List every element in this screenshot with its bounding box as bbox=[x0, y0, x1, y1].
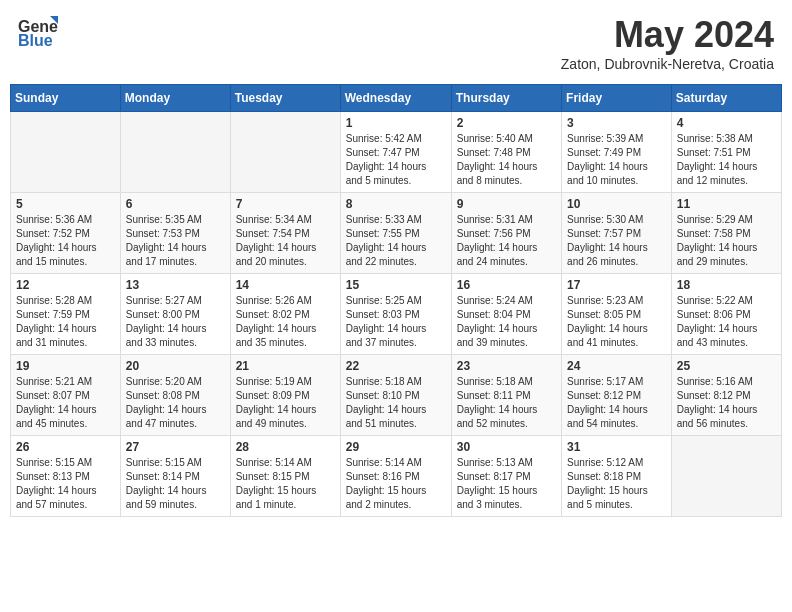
calendar-cell: 24Sunrise: 5:17 AM Sunset: 8:12 PM Dayli… bbox=[562, 355, 672, 436]
day-info: Sunrise: 5:12 AM Sunset: 8:18 PM Dayligh… bbox=[567, 456, 666, 512]
calendar-cell: 13Sunrise: 5:27 AM Sunset: 8:00 PM Dayli… bbox=[120, 274, 230, 355]
day-info: Sunrise: 5:14 AM Sunset: 8:16 PM Dayligh… bbox=[346, 456, 446, 512]
page-header: General Blue May 2024 Zaton, Dubrovnik-N… bbox=[10, 10, 782, 76]
calendar-cell bbox=[671, 436, 781, 517]
calendar-week-5: 26Sunrise: 5:15 AM Sunset: 8:13 PM Dayli… bbox=[11, 436, 782, 517]
day-number: 10 bbox=[567, 197, 666, 211]
day-number: 7 bbox=[236, 197, 335, 211]
day-number: 29 bbox=[346, 440, 446, 454]
day-info: Sunrise: 5:23 AM Sunset: 8:05 PM Dayligh… bbox=[567, 294, 666, 350]
day-number: 30 bbox=[457, 440, 556, 454]
day-number: 25 bbox=[677, 359, 776, 373]
day-info: Sunrise: 5:13 AM Sunset: 8:17 PM Dayligh… bbox=[457, 456, 556, 512]
day-info: Sunrise: 5:24 AM Sunset: 8:04 PM Dayligh… bbox=[457, 294, 556, 350]
day-info: Sunrise: 5:15 AM Sunset: 8:14 PM Dayligh… bbox=[126, 456, 225, 512]
logo-icon: General Blue bbox=[18, 14, 58, 50]
day-info: Sunrise: 5:42 AM Sunset: 7:47 PM Dayligh… bbox=[346, 132, 446, 188]
weekday-header-thursday: Thursday bbox=[451, 85, 561, 112]
day-info: Sunrise: 5:22 AM Sunset: 8:06 PM Dayligh… bbox=[677, 294, 776, 350]
calendar-cell: 26Sunrise: 5:15 AM Sunset: 8:13 PM Dayli… bbox=[11, 436, 121, 517]
day-number: 28 bbox=[236, 440, 335, 454]
calendar-cell: 31Sunrise: 5:12 AM Sunset: 8:18 PM Dayli… bbox=[562, 436, 672, 517]
calendar-week-1: 1Sunrise: 5:42 AM Sunset: 7:47 PM Daylig… bbox=[11, 112, 782, 193]
calendar-cell: 9Sunrise: 5:31 AM Sunset: 7:56 PM Daylig… bbox=[451, 193, 561, 274]
day-number: 18 bbox=[677, 278, 776, 292]
calendar-cell: 22Sunrise: 5:18 AM Sunset: 8:10 PM Dayli… bbox=[340, 355, 451, 436]
logo: General Blue bbox=[18, 14, 60, 50]
day-info: Sunrise: 5:34 AM Sunset: 7:54 PM Dayligh… bbox=[236, 213, 335, 269]
calendar-cell: 15Sunrise: 5:25 AM Sunset: 8:03 PM Dayli… bbox=[340, 274, 451, 355]
day-info: Sunrise: 5:31 AM Sunset: 7:56 PM Dayligh… bbox=[457, 213, 556, 269]
calendar-cell: 7Sunrise: 5:34 AM Sunset: 7:54 PM Daylig… bbox=[230, 193, 340, 274]
day-info: Sunrise: 5:39 AM Sunset: 7:49 PM Dayligh… bbox=[567, 132, 666, 188]
day-info: Sunrise: 5:27 AM Sunset: 8:00 PM Dayligh… bbox=[126, 294, 225, 350]
calendar-table: SundayMondayTuesdayWednesdayThursdayFrid… bbox=[10, 84, 782, 517]
day-number: 12 bbox=[16, 278, 115, 292]
calendar-cell: 21Sunrise: 5:19 AM Sunset: 8:09 PM Dayli… bbox=[230, 355, 340, 436]
day-number: 19 bbox=[16, 359, 115, 373]
weekday-header-tuesday: Tuesday bbox=[230, 85, 340, 112]
calendar-week-3: 12Sunrise: 5:28 AM Sunset: 7:59 PM Dayli… bbox=[11, 274, 782, 355]
weekday-header-friday: Friday bbox=[562, 85, 672, 112]
calendar-cell: 25Sunrise: 5:16 AM Sunset: 8:12 PM Dayli… bbox=[671, 355, 781, 436]
day-info: Sunrise: 5:15 AM Sunset: 8:13 PM Dayligh… bbox=[16, 456, 115, 512]
calendar-cell: 5Sunrise: 5:36 AM Sunset: 7:52 PM Daylig… bbox=[11, 193, 121, 274]
day-number: 17 bbox=[567, 278, 666, 292]
day-number: 11 bbox=[677, 197, 776, 211]
calendar-cell: 8Sunrise: 5:33 AM Sunset: 7:55 PM Daylig… bbox=[340, 193, 451, 274]
day-info: Sunrise: 5:38 AM Sunset: 7:51 PM Dayligh… bbox=[677, 132, 776, 188]
calendar-cell: 16Sunrise: 5:24 AM Sunset: 8:04 PM Dayli… bbox=[451, 274, 561, 355]
calendar-cell: 4Sunrise: 5:38 AM Sunset: 7:51 PM Daylig… bbox=[671, 112, 781, 193]
day-info: Sunrise: 5:40 AM Sunset: 7:48 PM Dayligh… bbox=[457, 132, 556, 188]
calendar-cell: 14Sunrise: 5:26 AM Sunset: 8:02 PM Dayli… bbox=[230, 274, 340, 355]
calendar-cell: 23Sunrise: 5:18 AM Sunset: 8:11 PM Dayli… bbox=[451, 355, 561, 436]
calendar-cell: 28Sunrise: 5:14 AM Sunset: 8:15 PM Dayli… bbox=[230, 436, 340, 517]
weekday-header-row: SundayMondayTuesdayWednesdayThursdayFrid… bbox=[11, 85, 782, 112]
day-info: Sunrise: 5:20 AM Sunset: 8:08 PM Dayligh… bbox=[126, 375, 225, 431]
svg-text:Blue: Blue bbox=[18, 32, 53, 49]
calendar-cell bbox=[230, 112, 340, 193]
calendar-cell: 30Sunrise: 5:13 AM Sunset: 8:17 PM Dayli… bbox=[451, 436, 561, 517]
calendar-cell: 3Sunrise: 5:39 AM Sunset: 7:49 PM Daylig… bbox=[562, 112, 672, 193]
day-number: 5 bbox=[16, 197, 115, 211]
calendar-cell: 11Sunrise: 5:29 AM Sunset: 7:58 PM Dayli… bbox=[671, 193, 781, 274]
day-number: 27 bbox=[126, 440, 225, 454]
calendar-cell: 2Sunrise: 5:40 AM Sunset: 7:48 PM Daylig… bbox=[451, 112, 561, 193]
day-number: 13 bbox=[126, 278, 225, 292]
day-info: Sunrise: 5:28 AM Sunset: 7:59 PM Dayligh… bbox=[16, 294, 115, 350]
day-number: 9 bbox=[457, 197, 556, 211]
day-info: Sunrise: 5:16 AM Sunset: 8:12 PM Dayligh… bbox=[677, 375, 776, 431]
day-info: Sunrise: 5:14 AM Sunset: 8:15 PM Dayligh… bbox=[236, 456, 335, 512]
title-area: May 2024 Zaton, Dubrovnik-Neretva, Croat… bbox=[561, 14, 774, 72]
calendar-cell: 20Sunrise: 5:20 AM Sunset: 8:08 PM Dayli… bbox=[120, 355, 230, 436]
day-info: Sunrise: 5:18 AM Sunset: 8:11 PM Dayligh… bbox=[457, 375, 556, 431]
calendar-week-4: 19Sunrise: 5:21 AM Sunset: 8:07 PM Dayli… bbox=[11, 355, 782, 436]
day-number: 31 bbox=[567, 440, 666, 454]
day-number: 24 bbox=[567, 359, 666, 373]
day-info: Sunrise: 5:26 AM Sunset: 8:02 PM Dayligh… bbox=[236, 294, 335, 350]
calendar-cell: 12Sunrise: 5:28 AM Sunset: 7:59 PM Dayli… bbox=[11, 274, 121, 355]
day-info: Sunrise: 5:21 AM Sunset: 8:07 PM Dayligh… bbox=[16, 375, 115, 431]
day-number: 3 bbox=[567, 116, 666, 130]
calendar-cell: 19Sunrise: 5:21 AM Sunset: 8:07 PM Dayli… bbox=[11, 355, 121, 436]
day-number: 4 bbox=[677, 116, 776, 130]
weekday-header-saturday: Saturday bbox=[671, 85, 781, 112]
calendar-cell bbox=[11, 112, 121, 193]
day-number: 26 bbox=[16, 440, 115, 454]
day-info: Sunrise: 5:35 AM Sunset: 7:53 PM Dayligh… bbox=[126, 213, 225, 269]
day-number: 20 bbox=[126, 359, 225, 373]
day-number: 15 bbox=[346, 278, 446, 292]
calendar-cell: 29Sunrise: 5:14 AM Sunset: 8:16 PM Dayli… bbox=[340, 436, 451, 517]
day-info: Sunrise: 5:29 AM Sunset: 7:58 PM Dayligh… bbox=[677, 213, 776, 269]
day-info: Sunrise: 5:36 AM Sunset: 7:52 PM Dayligh… bbox=[16, 213, 115, 269]
day-number: 14 bbox=[236, 278, 335, 292]
calendar-cell: 27Sunrise: 5:15 AM Sunset: 8:14 PM Dayli… bbox=[120, 436, 230, 517]
day-info: Sunrise: 5:30 AM Sunset: 7:57 PM Dayligh… bbox=[567, 213, 666, 269]
weekday-header-wednesday: Wednesday bbox=[340, 85, 451, 112]
day-info: Sunrise: 5:19 AM Sunset: 8:09 PM Dayligh… bbox=[236, 375, 335, 431]
day-info: Sunrise: 5:25 AM Sunset: 8:03 PM Dayligh… bbox=[346, 294, 446, 350]
day-number: 21 bbox=[236, 359, 335, 373]
calendar-cell bbox=[120, 112, 230, 193]
day-info: Sunrise: 5:17 AM Sunset: 8:12 PM Dayligh… bbox=[567, 375, 666, 431]
weekday-header-monday: Monday bbox=[120, 85, 230, 112]
